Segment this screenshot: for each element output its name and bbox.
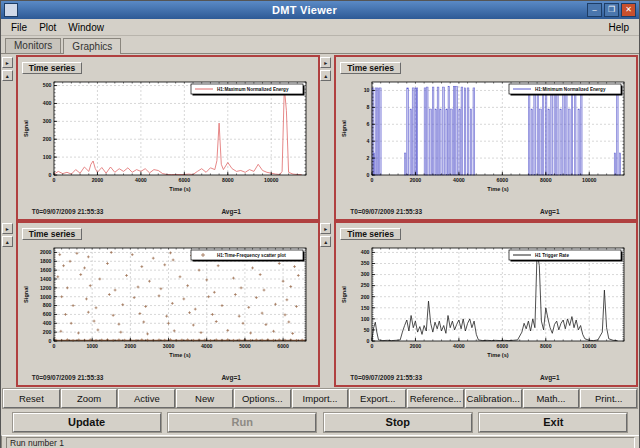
svg-text:50: 50 [364,327,370,333]
panel-tab-label[interactable]: Time series [340,228,401,240]
svg-text:Signal: Signal [23,120,29,137]
svg-text:0: 0 [48,172,51,178]
run-controls: Update Run Stop Exit [1,409,639,435]
time-series-chart-2[interactable]: 02000400060008000100000246810Time (s)Sig… [338,75,634,207]
svg-text:Signal: Signal [341,120,347,137]
svg-text:2000: 2000 [410,343,422,349]
window-title: DMT Viewer [22,4,587,16]
svg-text:10000: 10000 [582,177,597,183]
svg-text:0: 0 [367,338,370,344]
pan-up-icon[interactable]: ▴ [2,70,13,81]
exit-button[interactable]: Exit [479,413,627,432]
pan-up-icon[interactable]: ▴ [320,70,331,81]
stop-button[interactable]: Stop [324,413,472,432]
avg-label: Avg=1 [540,207,559,217]
svg-text:100: 100 [361,316,370,322]
time-series-panel-3: Time series 0100020003000400050006000020… [16,221,320,387]
svg-text:6000: 6000 [178,177,190,183]
svg-text:Signal: Signal [23,286,29,303]
svg-text:H1:Minimum Normalized Energy: H1:Minimum Normalized Energy [535,87,606,92]
reset-button[interactable]: Reset [3,389,60,408]
app-icon [4,3,18,17]
svg-text:1000: 1000 [40,294,52,300]
tab-monitors[interactable]: Monitors [5,38,61,53]
time-series-panel-2: Time series 0200040006000800010000024681… [334,55,638,221]
svg-text:500: 500 [43,82,52,88]
update-button[interactable]: Update [13,413,161,432]
minimize-button[interactable]: – [587,3,602,17]
math-button[interactable]: Math... [523,389,580,408]
svg-text:8: 8 [367,104,370,110]
svg-text:2000: 2000 [91,177,103,183]
t0-label: T0=09/07/2009 21:55:33 [350,207,422,217]
svg-text:8000: 8000 [540,177,552,183]
svg-text:0: 0 [52,343,55,349]
svg-text:200: 200 [43,329,52,335]
time-series-chart-1[interactable]: 02000400060008000100000100200300400500Ti… [20,75,316,207]
maximize-button[interactable]: ❐ [604,3,619,17]
svg-text:6000: 6000 [277,343,289,349]
panel-tab-label[interactable]: Time series [340,62,401,74]
reference-button[interactable]: Reference... [407,389,464,408]
svg-text:0: 0 [371,177,374,183]
svg-text:5000: 5000 [239,343,251,349]
svg-text:4000: 4000 [201,343,213,349]
calibration-button[interactable]: Calibration... [465,389,522,408]
quadrant-bottom-left: ▸ ▴ Time series 010002000300040005000600… [2,221,320,387]
time-series-chart-3[interactable]: 0100020003000400050006000020040060080010… [20,241,316,373]
t0-label: T0=09/07/2009 21:55:33 [350,373,422,383]
pan-right-icon[interactable]: ▸ [320,223,331,234]
pan-right-icon[interactable]: ▸ [2,57,13,68]
svg-text:8000: 8000 [222,177,234,183]
svg-text:4000: 4000 [453,177,465,183]
menu-window[interactable]: Window [62,21,110,34]
svg-text:3000: 3000 [162,343,174,349]
pan-up-icon[interactable]: ▴ [2,236,13,247]
dmt-viewer-window: DMT Viewer – ❐ ✕ File Plot Window Help M… [0,0,640,448]
time-series-chart-4[interactable]: 0200040006000800010000050100150200250300… [338,241,634,373]
t0-label: T0=09/07/2009 21:55:33 [32,207,104,217]
pan-right-icon[interactable]: ▸ [320,57,331,68]
svg-text:1600: 1600 [40,267,52,273]
svg-text:H1:Time-Frequency scatter plot: H1:Time-Frequency scatter plot [217,253,286,258]
svg-text:300: 300 [43,118,52,124]
menu-file[interactable]: File [5,21,33,34]
status-bar: Run number 1 [1,435,639,448]
svg-text:H1 Trigger Rate: H1 Trigger Rate [535,253,569,258]
svg-text:0: 0 [371,343,374,349]
quadrant-bottom-right: ▸ ▴ Time series 020004000600080001000005… [320,221,638,387]
options-button[interactable]: Options... [234,389,291,408]
svg-text:H1:Maximum Normalized Energy: H1:Maximum Normalized Energy [217,87,289,92]
print-button[interactable]: Print... [580,389,637,408]
quadrant-top-left: ▸ ▴ Time series 020004000600080001000001… [2,55,320,221]
active-button[interactable]: Active [118,389,175,408]
svg-text:10000: 10000 [264,177,279,183]
tab-graphics[interactable]: Graphics [63,38,121,54]
export-button[interactable]: Export... [349,389,406,408]
import-button[interactable]: Import... [292,389,349,408]
menu-help[interactable]: Help [602,21,635,34]
new-button[interactable]: New [176,389,233,408]
svg-text:6000: 6000 [497,177,509,183]
pan-up-icon[interactable]: ▴ [320,236,331,247]
pan-right-icon[interactable]: ▸ [2,223,13,234]
svg-text:Time (s): Time (s) [488,186,509,192]
svg-text:Time (s): Time (s) [488,352,509,358]
panel-tab-label[interactable]: Time series [22,62,83,74]
title-bar[interactable]: DMT Viewer – ❐ ✕ [1,1,639,19]
svg-text:4000: 4000 [135,177,147,183]
svg-text:10: 10 [364,87,370,93]
svg-text:2000: 2000 [410,177,422,183]
panel-tab-label[interactable]: Time series [22,228,83,240]
quadrant-top-right: ▸ ▴ Time series 020004000600080001000002… [320,55,638,221]
tab-bar: Monitors Graphics [1,36,639,54]
svg-text:0: 0 [367,172,370,178]
menu-plot[interactable]: Plot [33,21,62,34]
zoom-button[interactable]: Zoom [61,389,118,408]
close-button[interactable]: ✕ [621,3,636,17]
svg-text:Time (s): Time (s) [169,186,190,192]
svg-text:1800: 1800 [40,258,52,264]
t0-label: T0=09/07/2009 21:55:33 [32,373,104,383]
avg-label: Avg=1 [221,207,240,217]
svg-text:600: 600 [43,311,52,317]
